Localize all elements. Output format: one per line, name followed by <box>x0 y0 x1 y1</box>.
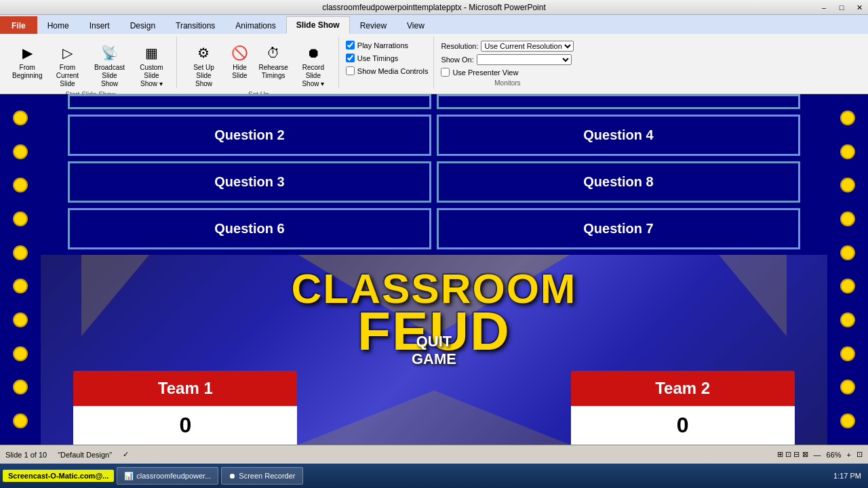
question-7-button[interactable]: Question 8 <box>437 161 800 203</box>
question-2-button[interactable]: Question 2 <box>68 115 431 156</box>
question-top-partial <box>41 94 827 109</box>
team1-section: Team 1 0 <box>61 371 310 445</box>
zoom-percent: 66% <box>827 451 842 459</box>
play-narrations-row: Play Narrations <box>346 41 408 49</box>
ribbon: File Home Insert Design Transitions Anim… <box>0 15 868 94</box>
maximize-button[interactable]: □ <box>833 0 850 15</box>
recorder-label: Screen Recorder <box>239 472 295 480</box>
ribbon-group-start-slideshow: ▶ FromBeginning ▷ FromCurrent Slide 📡 Br… <box>4 37 177 88</box>
show-on-select[interactable] <box>477 54 572 65</box>
screen-recorder-button[interactable]: ⏺ Screen Recorder <box>221 467 302 485</box>
ppt-icon: 📊 <box>124 472 134 481</box>
custom-slideshow-button[interactable]: ▦ CustomSlide Show ▾ <box>132 41 171 89</box>
record-slideshow-button[interactable]: ⏺ Record SlideShow ▾ <box>294 41 333 89</box>
ribbon-group-media: Play Narrations Use Timings Show Media C… <box>340 37 435 88</box>
from-beginning-button[interactable]: ▶ FromBeginning <box>9 41 45 81</box>
dot <box>13 346 28 361</box>
dot <box>840 413 855 428</box>
ribbon-content: ▶ FromBeginning ▷ FromCurrent Slide 📡 Br… <box>0 34 868 94</box>
slide-info: Slide 1 of 10 <box>5 451 47 459</box>
quit-game-button[interactable]: QUIT GAME <box>372 327 496 373</box>
play-narrations-checkbox[interactable] <box>346 41 355 49</box>
title-bar-controls: – □ ✕ <box>815 0 868 14</box>
dot <box>13 279 28 293</box>
dot <box>13 211 28 226</box>
game-section: CLASSROOM FEUD Team 1 0 QUIT GAME Team 2… <box>41 255 827 445</box>
tab-review[interactable]: Review <box>350 16 397 34</box>
taskbar: Screencast-O-Matic.com@... 📊 classroomfe… <box>0 464 868 488</box>
tab-design[interactable]: Design <box>120 16 165 34</box>
broadcast-button[interactable]: 📡 BroadcastSlide Show <box>90 41 129 89</box>
status-bar: Slide 1 of 10 "Default Design" ✓ ⊞ ⊡ ⊟ ⊠… <box>0 445 868 464</box>
status-icons: ⊞ ⊡ ⊟ ⊠ <box>777 450 808 459</box>
team2-name-button[interactable]: Team 2 <box>571 371 795 406</box>
monitors-items: Resolution: Use Current Resolution Show … <box>441 38 574 78</box>
slide-area: Question 2 Question 4 Question 3 Questio… <box>0 94 868 445</box>
tab-transitions[interactable]: Transitions <box>165 16 225 34</box>
dot <box>13 312 28 327</box>
check-icon: ✓ <box>123 450 129 459</box>
zoom-in-icon[interactable]: + <box>847 451 851 459</box>
tab-slideshow[interactable]: Slide Show <box>286 16 350 34</box>
dot <box>840 279 855 293</box>
tab-view[interactable]: View <box>397 16 435 34</box>
team1-name-button[interactable]: Team 1 <box>73 371 297 406</box>
setup-items: ⚙ Set UpSlide Show 🚫 HideSlide ⏱ Rehears… <box>184 38 332 89</box>
setup-slideshow-label: Set UpSlide Show <box>186 64 220 88</box>
show-media-label: Show Media Controls <box>357 67 429 75</box>
show-media-checkbox[interactable] <box>346 66 355 75</box>
from-current-slide-button[interactable]: ▷ FromCurrent Slide <box>47 41 87 89</box>
show-on-label: Show On: <box>441 56 473 64</box>
screencast-logo[interactable]: Screencast-O-Matic.com@... <box>3 470 114 482</box>
window-title: classroomfeudpowerpointtemplatepptx - Mi… <box>322 3 545 12</box>
ppt-taskbar-button[interactable]: 📊 classroomfeudpower... <box>117 467 218 485</box>
tab-home[interactable]: Home <box>37 16 79 34</box>
show-on-row: Show On: <box>441 54 571 65</box>
dot <box>840 110 855 125</box>
presenter-view-checkbox[interactable] <box>441 68 450 77</box>
resolution-select[interactable]: Use Current Resolution <box>481 41 574 52</box>
dot <box>840 380 855 394</box>
from-current-label: FromCurrent Slide <box>50 64 84 88</box>
question-6-button[interactable]: Question 4 <box>437 115 800 156</box>
dot <box>840 312 855 327</box>
ribbon-tabs: File Home Insert Design Transitions Anim… <box>0 15 868 34</box>
tab-animations[interactable]: Animations <box>225 16 285 34</box>
broadcast-label: BroadcastSlide Show <box>92 64 126 88</box>
broadcast-icon: 📡 <box>98 42 120 64</box>
hide-slide-icon: 🚫 <box>229 42 250 64</box>
ribbon-group-setup: ⚙ Set UpSlide Show 🚫 HideSlide ⏱ Rehears… <box>178 37 338 88</box>
quit-area: QUIT GAME <box>310 371 559 373</box>
monitors-label: Monitors <box>494 78 520 87</box>
tab-file[interactable]: File <box>0 16 37 34</box>
from-beginning-icon: ▶ <box>16 42 38 64</box>
dot <box>840 346 855 361</box>
dot <box>13 144 28 159</box>
custom-slideshow-icon: ▦ <box>140 42 162 64</box>
hide-slide-button[interactable]: 🚫 HideSlide <box>226 41 253 81</box>
play-narrations-label: Play Narrations <box>357 41 408 49</box>
team2-score: 0 <box>571 406 795 445</box>
setup-slideshow-button[interactable]: ⚙ Set UpSlide Show <box>184 41 223 89</box>
rehearse-icon: ⏱ <box>262 42 284 64</box>
dot <box>13 245 28 260</box>
use-timings-checkbox[interactable] <box>346 54 355 62</box>
question-5-partial[interactable] <box>437 94 800 109</box>
question-3-button[interactable]: Question 3 <box>68 161 431 203</box>
zoom-level: — <box>814 451 821 459</box>
rehearse-label: RehearseTimings <box>258 64 288 80</box>
presenter-view-row: Use Presenter View <box>441 68 518 77</box>
rehearse-timings-button[interactable]: ⏱ RehearseTimings <box>256 41 290 81</box>
team2-section: Team 2 0 <box>558 371 807 445</box>
close-button[interactable]: ✕ <box>850 0 868 15</box>
tab-insert[interactable]: Insert <box>79 16 120 34</box>
question-1-partial[interactable] <box>68 94 431 109</box>
fit-to-window-icon[interactable]: ⊡ <box>856 450 863 459</box>
recorder-icon: ⏺ <box>229 472 236 480</box>
question-4-button[interactable]: Question 6 <box>68 208 431 249</box>
minimize-button[interactable]: – <box>815 0 833 15</box>
record-icon: ⏺ <box>302 42 324 64</box>
hide-slide-label: HideSlide <box>232 64 247 80</box>
question-grid: Question 2 Question 4 Question 3 Questio… <box>41 109 827 255</box>
question-8-button[interactable]: Question 7 <box>437 208 800 249</box>
